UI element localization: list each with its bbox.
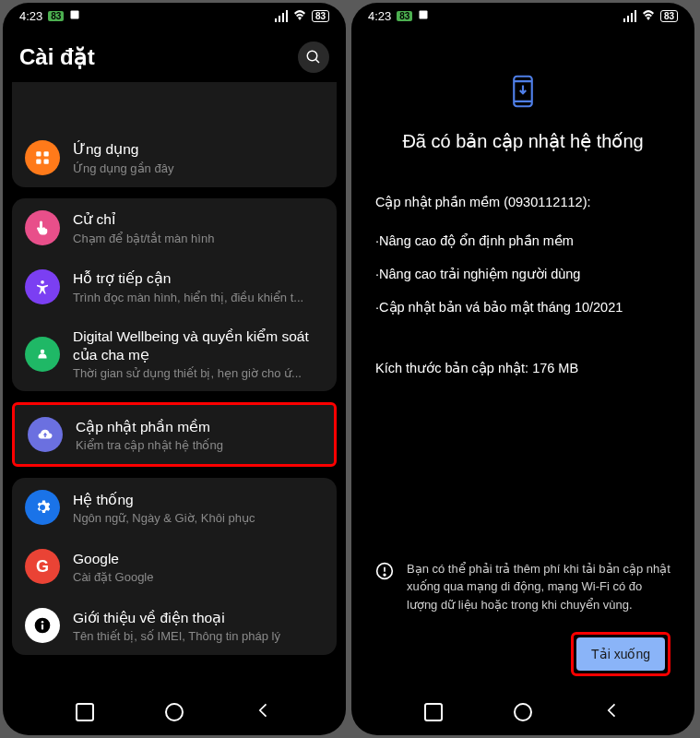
update-screen: Đã có bản cập nhật hệ thống Cập nhật phầ… [351, 29, 694, 689]
status-bar: 4:23 83 83 [351, 3, 694, 29]
phone-right-update: 4:23 83 83 Đã có bản cập nhật hệ thống C… [351, 3, 694, 735]
nav-back-button[interactable] [603, 701, 622, 723]
settings-list[interactable]: ... Ứng dụng Ứng dụng gần đây Cử chỉ [3, 82, 346, 689]
settings-header: Cài đặt [3, 29, 346, 82]
nav-home-button[interactable] [514, 703, 532, 721]
apps-icon [25, 140, 60, 175]
item-subtitle: Cài đặt Google [73, 570, 324, 584]
nav-bar [3, 689, 346, 735]
item-title: Google [73, 550, 324, 568]
item-subtitle: Ứng dụng gần đây [73, 161, 324, 175]
svg-rect-0 [71, 10, 79, 18]
signal-icon [623, 10, 636, 22]
list-item-partial[interactable]: ... [12, 82, 337, 128]
nav-recent-button[interactable] [76, 703, 94, 721]
svg-rect-3 [36, 151, 41, 156]
item-title: Cử chỉ [73, 210, 324, 229]
nav-back-button[interactable] [255, 701, 273, 723]
info-icon [25, 608, 60, 643]
svg-line-2 [315, 59, 319, 63]
item-title: Hệ thống [73, 491, 324, 509]
status-badge: 83 [397, 11, 412, 21]
download-phone-icon [511, 75, 535, 112]
item-title: Hỗ trợ tiếp cận [73, 269, 324, 288]
battery-icon: 83 [660, 10, 678, 22]
google-icon: G [25, 549, 60, 584]
svg-rect-12 [420, 10, 428, 18]
svg-point-1 [307, 51, 317, 61]
list-item-about-phone[interactable]: Giới thiệu về điện thoại Tên thiết bị, s… [12, 596, 337, 655]
item-title: Cập nhật phần mềm [76, 418, 321, 436]
svg-point-7 [41, 280, 44, 284]
warning-message: Bạn có thể phải trả thêm phí khi tải bản… [375, 560, 670, 614]
nav-bar [351, 689, 694, 735]
svg-point-10 [42, 621, 44, 624]
nav-home-button[interactable] [165, 703, 184, 721]
nav-recent-button[interactable] [424, 703, 443, 721]
item-title: Giới thiệu về điện thoại [73, 609, 324, 627]
list-item-wellbeing[interactable]: Digital Wellbeing và quyền kiểm soát của… [12, 316, 337, 391]
page-title: Cài đặt [19, 44, 95, 70]
item-subtitle: Tên thiết bị, số IMEI, Thông tin pháp lý [73, 629, 324, 643]
list-item-system[interactable]: Hệ thống Ngôn ngữ, Ngày & Giờ, Khôi phục [12, 478, 337, 537]
item-subtitle: Chạm để bật/tắt màn hình [73, 232, 324, 245]
status-badge: 83 [48, 11, 64, 21]
search-icon [305, 49, 322, 65]
svg-point-18 [384, 574, 386, 576]
status-time: 4:23 [368, 9, 391, 23]
wellbeing-icon [25, 337, 60, 372]
item-subtitle: Kiểm tra cập nhật hệ thống [76, 438, 321, 452]
item-title: Ứng dụng [73, 140, 324, 159]
phone-left-settings: 4:23 83 83 Cài đặt ... [3, 3, 346, 735]
list-item-software-update[interactable]: Cập nhật phần mềm Kiểm tra cập nhật hệ t… [15, 405, 334, 464]
download-button[interactable]: Tải xuống [576, 637, 665, 671]
status-time: 4:23 [19, 9, 42, 23]
warning-text: Bạn có thể phải trả thêm phí khi tải bản… [407, 560, 670, 614]
svg-rect-11 [42, 625, 43, 630]
update-version: Cập nhật phần mềm (0930112112): [375, 195, 670, 209]
highlight-software-update: Cập nhật phần mềm Kiểm tra cập nhật hệ t… [12, 402, 337, 467]
wifi-icon [641, 9, 656, 23]
list-item-google[interactable]: G Google Cài đặt Google [12, 537, 337, 596]
list-item-gesture[interactable]: Cử chỉ Chạm để bật/tắt màn hình [12, 198, 337, 257]
warning-icon [375, 562, 394, 580]
accessibility-icon [25, 269, 60, 304]
svg-point-8 [41, 349, 45, 353]
signal-icon [275, 10, 288, 22]
status-bar: 4:23 83 83 [3, 3, 346, 29]
update-changelog: ·Nâng cao độ ổn định phần mềm ·Nâng cao … [375, 233, 670, 333]
svg-rect-4 [44, 151, 49, 156]
update-icon [28, 417, 63, 452]
changelog-item: ·Cập nhật bản vá bảo mật tháng 10/2021 [375, 300, 670, 315]
update-title: Đã có bản cập nhật hệ thống [375, 130, 670, 152]
svg-rect-6 [44, 160, 49, 164]
item-subtitle: Trình đọc màn hình, hiển thị, điều khiển… [73, 291, 324, 304]
list-item-apps[interactable]: Ứng dụng Ứng dụng gần đây [12, 128, 337, 187]
wifi-icon [292, 9, 307, 23]
svg-rect-5 [36, 160, 41, 164]
changelog-item: ·Nâng cao trải nghiệm người dùng [375, 267, 670, 281]
item-subtitle: Thời gian sử dụng thiết bị, hẹn giờ cho … [73, 366, 324, 380]
search-button[interactable] [298, 42, 329, 73]
battery-icon: 83 [312, 10, 329, 22]
system-icon [25, 490, 60, 525]
gallery-icon [69, 9, 80, 23]
gallery-icon [418, 9, 429, 23]
item-subtitle: Ngôn ngữ, Ngày & Giờ, Khôi phục [73, 511, 324, 525]
list-item-accessibility[interactable]: Hỗ trợ tiếp cận Trình đọc màn hình, hiển… [12, 257, 337, 316]
gesture-icon [25, 210, 60, 245]
highlight-download: Tải xuống [571, 632, 670, 676]
update-size: Kích thước bản cập nhật: 176 MB [375, 361, 670, 375]
item-title: Digital Wellbeing và quyền kiểm soát của… [73, 327, 324, 364]
changelog-item: ·Nâng cao độ ổn định phần mềm [375, 233, 670, 248]
